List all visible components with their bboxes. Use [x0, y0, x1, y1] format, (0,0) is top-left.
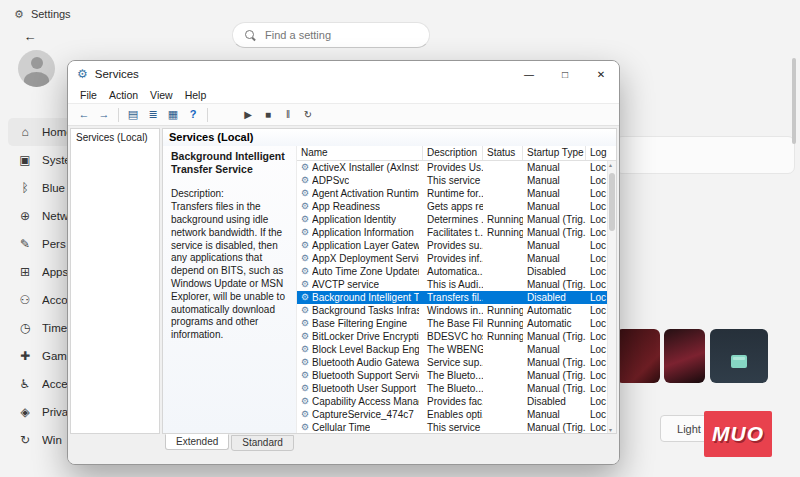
tab-extended[interactable]: Extended: [165, 434, 229, 450]
properties-icon[interactable]: ▦: [164, 106, 182, 124]
service-row[interactable]: ⚙ Bluetooth User Support Ser... The Blue…: [297, 382, 607, 395]
service-row[interactable]: ⚙ BitLocker Drive Encryption ... BDESVC …: [297, 330, 607, 343]
service-row[interactable]: ⚙ App Readiness Gets apps re... Manual L…: [297, 200, 607, 213]
service-row[interactable]: ⚙ Bluetooth Audio Gateway S... Service s…: [297, 356, 607, 369]
service-row[interactable]: ⚙ Background Intelligent Tran... Transfe…: [297, 291, 607, 304]
service-row[interactable]: ⚙ Capability Access Manager ... Provides…: [297, 395, 607, 408]
service-name-cell: ⚙ App Readiness: [297, 201, 423, 212]
service-startup-cell: Manual: [523, 188, 586, 199]
service-description-cell: Service sup...: [423, 357, 483, 368]
service-startup-cell: Automatic: [523, 305, 586, 316]
service-row[interactable]: ⚙ Bluetooth Support Service The Blueto..…: [297, 369, 607, 382]
column-header[interactable]: Log: [586, 146, 607, 160]
service-description-cell: The WBENG...: [423, 344, 483, 355]
column-header[interactable]: Name: [297, 146, 423, 160]
service-row[interactable]: ⚙ Application Layer Gateway ... Provides…: [297, 239, 607, 252]
service-row[interactable]: ⚙ Auto Time Zone Updater Automatica... D…: [297, 265, 607, 278]
service-description-cell: Provides fac...: [423, 396, 483, 407]
service-name-cell: ⚙ CaptureService_474c7: [297, 409, 423, 420]
service-row[interactable]: ⚙ Block Level Backup Engine ... The WBEN…: [297, 343, 607, 356]
service-description: Transfers files in the background using …: [171, 201, 288, 342]
service-name-cell: ⚙ Application Layer Gateway ...: [297, 240, 423, 251]
wallpaper-thumbnail-3[interactable]: [710, 329, 768, 383]
service-gear-icon: ⚙: [301, 371, 309, 380]
time-language-icon: ◷: [18, 322, 32, 334]
sidebar-item-label: Win: [42, 434, 62, 446]
service-row[interactable]: ⚙ ADPSvc This service ... Manual Loc: [297, 174, 607, 187]
settings-app-icon: ⚙: [14, 9, 24, 20]
column-header[interactable]: Status: [483, 146, 523, 160]
stop-service-icon[interactable]: ■: [259, 106, 277, 124]
forward-icon[interactable]: →: [95, 106, 113, 124]
table-scrollbar[interactable]: [607, 161, 616, 433]
service-row[interactable]: ⚙ Background Tasks Infrastru... Windows …: [297, 304, 607, 317]
tab-standard[interactable]: Standard: [231, 435, 294, 451]
column-header[interactable]: Description: [423, 146, 483, 160]
service-row[interactable]: ⚙ AppX Deployment Service (... Provides …: [297, 252, 607, 265]
service-logon-cell: Loc: [586, 370, 607, 381]
services-table: NameDescriptionStatusStartup TypeLog ⚙ A…: [296, 146, 616, 433]
service-description-cell: Enables opti...: [423, 409, 483, 420]
back-button[interactable]: ←: [18, 26, 42, 46]
service-name-cell: ⚙ Agent Activation Runtime_...: [297, 188, 423, 199]
user-avatar[interactable]: [18, 50, 55, 87]
tree-item-services-local[interactable]: Services (Local): [74, 131, 156, 144]
service-row[interactable]: ⚙ Agent Activation Runtime_... Runtime f…: [297, 187, 607, 200]
toolbar-separator: [118, 108, 119, 122]
service-row[interactable]: ⚙ Application Identity Determines ... Ru…: [297, 213, 607, 226]
settings-scrollbar[interactable]: [792, 58, 796, 144]
service-description-cell: Determines ...: [423, 214, 483, 225]
service-description-cell: Provides inf...: [423, 253, 483, 264]
service-gear-icon: ⚙: [301, 423, 309, 432]
wallpaper-thumbnail-2[interactable]: [664, 329, 705, 383]
toolbar-view-group: ▤≣▦?: [124, 106, 202, 124]
console-body: Services (Local) Services (Local) Backgr…: [68, 126, 619, 436]
network-icon: ⊕: [18, 210, 32, 222]
toolbar-separator: [207, 108, 208, 122]
service-row[interactable]: ⚙ AVCTP service This is Audi... Manual (…: [297, 278, 607, 291]
search-input[interactable]: Find a setting: [232, 22, 430, 48]
service-status-cell: Running: [483, 305, 523, 316]
settings-card: [615, 136, 795, 174]
service-description-cell: BDESVC hos...: [423, 331, 483, 342]
pane-content: Background Intelligent Transfer Service …: [163, 146, 616, 433]
service-startup-cell: Manual (Trig...: [523, 331, 586, 342]
help-icon[interactable]: ?: [184, 106, 202, 124]
menu-view[interactable]: View: [144, 89, 179, 101]
services-titlebar[interactable]: ⚙ Services — □ ✕: [68, 61, 619, 87]
column-header[interactable]: Startup Type: [523, 146, 586, 160]
service-logon-cell: Loc: [586, 422, 607, 433]
service-name-cell: ⚙ Bluetooth Audio Gateway S...: [297, 357, 423, 368]
service-row[interactable]: ⚙ Cellular Time This service ... Manual …: [297, 421, 607, 433]
back-icon[interactable]: ←: [75, 106, 93, 124]
close-button[interactable]: ✕: [583, 61, 619, 87]
sidebar-item-label: Netw: [42, 210, 68, 222]
system-icon: ▣: [18, 154, 32, 166]
service-row[interactable]: ⚙ CaptureService_474c7 Enables opti... M…: [297, 408, 607, 421]
service-name-cell: ⚙ Bluetooth User Support Ser...: [297, 383, 423, 394]
menu-help[interactable]: Help: [179, 89, 213, 101]
service-row[interactable]: ⚙ Application Information Facilitates t.…: [297, 226, 607, 239]
menu-action[interactable]: Action: [103, 89, 144, 101]
service-startup-cell: Manual (Trig...: [523, 383, 586, 394]
minimize-button[interactable]: —: [511, 61, 547, 87]
export-list-icon[interactable]: ≣: [144, 106, 162, 124]
console-tree-icon[interactable]: ▤: [124, 106, 142, 124]
service-row[interactable]: ⚙ ActiveX Installer (AxInstSV) Provides …: [297, 161, 607, 174]
service-startup-cell: Manual: [523, 201, 586, 212]
service-name-cell: ⚙ Auto Time Zone Updater: [297, 266, 423, 277]
muo-logo: MUO: [704, 411, 772, 457]
service-gear-icon: ⚙: [301, 215, 309, 224]
start-service-icon[interactable]: ▶: [239, 106, 257, 124]
maximize-button[interactable]: □: [547, 61, 583, 87]
restart-service-icon[interactable]: ↻: [299, 106, 317, 124]
scrollbar-thumb[interactable]: [609, 173, 615, 231]
wallpaper-thumbnail-1[interactable]: [616, 329, 660, 383]
menu-file[interactable]: File: [74, 89, 103, 101]
service-description-cell: Windows in...: [423, 305, 483, 316]
service-status-cell: Running: [483, 214, 523, 225]
services-window-title: Services: [95, 68, 139, 80]
pause-service-icon[interactable]: ‖: [279, 106, 297, 124]
service-row[interactable]: ⚙ Base Filtering Engine The Base Fil... …: [297, 317, 607, 330]
service-startup-cell: Disabled: [523, 292, 586, 303]
